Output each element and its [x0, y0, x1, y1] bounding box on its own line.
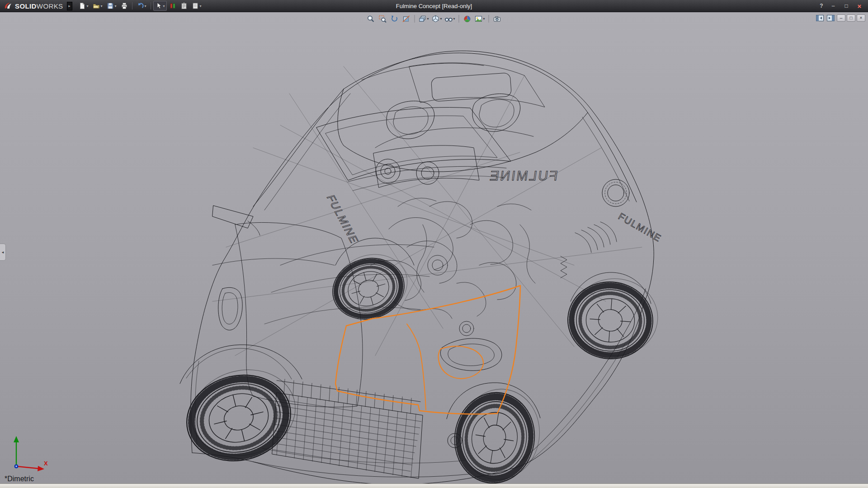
- toolbar-separator: [132, 2, 132, 9]
- select-button[interactable]: ▾: [153, 1, 167, 11]
- view-orientation-button[interactable]: ▾: [417, 14, 429, 24]
- graphics-viewport[interactable]: FULMINE FULMINE FULMINE: [0, 12, 868, 483]
- view-orientation-icon: [418, 15, 426, 23]
- camera-icon: [493, 15, 501, 23]
- right-pane-icon: [827, 15, 835, 21]
- undo-button[interactable]: ▾: [135, 1, 148, 11]
- help-button[interactable]: ?: [817, 2, 826, 10]
- zoom-to-fit-button[interactable]: [365, 14, 376, 24]
- heads-up-view-toolbar: ▾ ▾ ▾: [365, 14, 502, 24]
- close-window-button[interactable]: ×: [854, 2, 865, 10]
- appearance-ball-icon: [463, 15, 472, 23]
- taskpane-button[interactable]: [826, 14, 835, 22]
- view-settings-button[interactable]: [492, 14, 503, 24]
- triad-z-axis: [14, 465, 18, 468]
- solidworks-logo: SOLIDWORKS: [0, 2, 67, 10]
- minimize-document-button[interactable]: –: [837, 14, 845, 22]
- main-toolbar: ▾ ▾ ▾: [77, 1, 203, 11]
- clipboard-icon: [180, 2, 188, 9]
- dropdown-caret-icon[interactable]: ▾: [115, 4, 117, 8]
- section-view-button[interactable]: [401, 14, 411, 24]
- dropdown-caret-icon[interactable]: ▾: [440, 17, 442, 21]
- toolbar-separator: [459, 15, 459, 23]
- triad-x-axis: X: [16, 460, 48, 471]
- solidworks-logo-icon: [4, 2, 13, 10]
- dropdown-caret-icon[interactable]: ▾: [163, 4, 165, 8]
- dropdown-caret-icon[interactable]: ▾: [200, 4, 202, 8]
- menu-expand-button[interactable]: ▸: [67, 2, 72, 10]
- dropdown-caret-icon[interactable]: ▾: [483, 17, 485, 21]
- wheel-rear-right: [565, 276, 660, 362]
- zoom-to-area-button[interactable]: [377, 14, 388, 24]
- close-document-button[interactable]: ×: [857, 14, 865, 22]
- document-properties-button[interactable]: [179, 1, 189, 11]
- model-badge-left: FULMINE: [324, 194, 361, 245]
- new-document-icon: [79, 2, 86, 9]
- dropdown-caret-icon[interactable]: ▾: [145, 4, 146, 8]
- dropdown-caret-icon[interactable]: ▾: [101, 4, 103, 8]
- minimize-window-button[interactable]: –: [827, 2, 839, 10]
- toolbar-separator: [489, 15, 489, 23]
- status-bar: [0, 483, 868, 488]
- dropdown-caret-icon[interactable]: ▾: [427, 17, 429, 21]
- toolbar-separator: [151, 2, 151, 9]
- collapse-arrow-icon: ◂: [2, 250, 4, 254]
- save-icon: [107, 2, 114, 9]
- display-states-icon: [169, 2, 176, 9]
- car-wireframe: FULMINE FULMINE FULMINE: [177, 51, 664, 483]
- featuremanager-pane-button[interactable]: [815, 14, 825, 22]
- edit-appearance-button[interactable]: [462, 14, 473, 24]
- app-name: SOLIDWORKS: [15, 2, 63, 10]
- select-cursor-icon: [155, 2, 162, 9]
- previous-view-button[interactable]: [389, 14, 400, 24]
- triad-x-label: X: [44, 460, 48, 467]
- zoom-to-area-icon: [378, 15, 387, 23]
- wheel-front-left: [177, 359, 306, 472]
- wheel-rear-left: [325, 246, 415, 328]
- toolbar-separator: [414, 15, 415, 23]
- save-button[interactable]: ▾: [105, 1, 118, 11]
- print-button[interactable]: [119, 1, 130, 11]
- section-view-icon: [402, 15, 410, 23]
- new-document-button[interactable]: ▾: [77, 1, 90, 11]
- display-states-button[interactable]: [167, 1, 178, 11]
- featuremanager-collapse-tab[interactable]: ◂: [0, 244, 6, 261]
- undo-icon: [137, 2, 144, 9]
- restore-document-button[interactable]: □: [847, 14, 855, 22]
- dropdown-caret-icon[interactable]: ▾: [87, 4, 89, 8]
- model-wireframe-canvas[interactable]: FULMINE FULMINE FULMINE: [0, 12, 868, 483]
- options-button[interactable]: ▾: [190, 1, 203, 11]
- view-orientation-label: *Dimetric: [5, 475, 34, 483]
- left-pane-icon: [816, 15, 824, 21]
- open-button[interactable]: ▾: [91, 1, 104, 11]
- title-bar: SOLIDWORKS ▸ ▾ ▾ ▾: [0, 0, 868, 12]
- print-icon: [121, 2, 128, 9]
- eyeglasses-icon: [445, 15, 453, 23]
- open-folder-icon: [93, 2, 100, 9]
- model-badge-rear: FULMINE: [488, 168, 559, 183]
- orientation-triad[interactable]: X: [6, 434, 50, 473]
- model-badge-right: FULMINE: [617, 211, 663, 244]
- previous-view-icon: [390, 15, 398, 23]
- display-style-icon: [431, 15, 439, 23]
- hide-show-items-button[interactable]: ▾: [444, 14, 456, 24]
- zoom-to-fit-icon: [367, 15, 375, 23]
- viewport-pane-controls: – □ ×: [815, 14, 865, 22]
- maximize-window-button[interactable]: □: [840, 2, 852, 10]
- window-controls: ? – □ ×: [817, 2, 868, 10]
- display-style-button[interactable]: ▾: [430, 14, 443, 24]
- dropdown-caret-icon[interactable]: ▾: [453, 17, 455, 21]
- options-document-icon: [192, 2, 199, 9]
- scene-picture-icon: [475, 15, 483, 23]
- triad-y-axis: [14, 436, 19, 466]
- wheel-front-right: [448, 383, 546, 483]
- apply-scene-button[interactable]: ▾: [474, 14, 486, 24]
